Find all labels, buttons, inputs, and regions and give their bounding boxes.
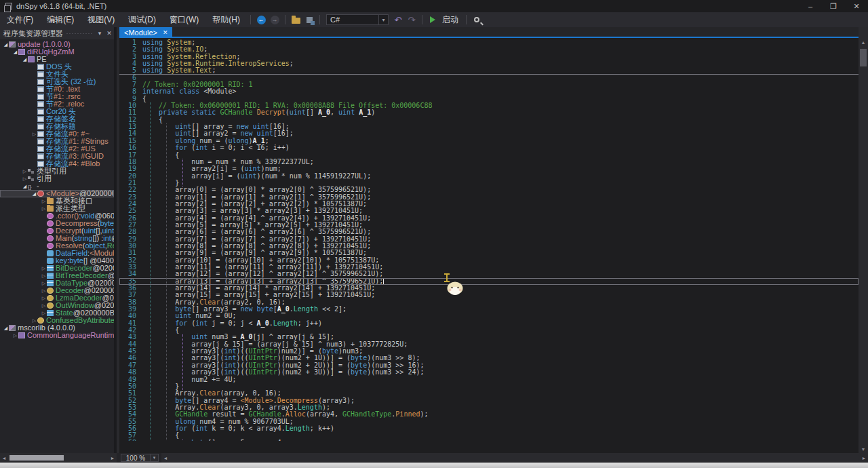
expanded-arrow-icon[interactable]: ◢ — [22, 56, 28, 63]
tree-item[interactable]: DOS 头 — [0, 63, 114, 71]
expanded-arrow-icon[interactable]: ◢ — [22, 182, 28, 190]
menu-item[interactable]: 窗口(W) — [163, 15, 205, 24]
tree-item[interactable]: Main(string[]) : int @06 — [0, 235, 114, 242]
collapsed-arrow-icon[interactable]: ▷ — [41, 302, 47, 309]
collapsed-arrow-icon[interactable]: ▷ — [22, 168, 28, 175]
tree-item[interactable]: 可选头 (32 -位) — [0, 78, 114, 85]
tree-item[interactable]: 存储签名 — [0, 115, 114, 123]
tree-item[interactable]: Decompress(byte[]) : byte — [0, 220, 114, 227]
tree-item[interactable]: 存储标题 — [0, 123, 114, 130]
expanded-arrow-icon[interactable]: ◢ — [31, 190, 37, 197]
tree-item[interactable]: DataField : <Module>. — [0, 250, 114, 257]
code-line[interactable]: 4using System.Runtime.InteropServices; — [119, 60, 859, 67]
code-line[interactable]: 58 byte[] array5 = array4; — [119, 440, 859, 441]
tab-module[interactable]: <Module> ✕ — [119, 27, 172, 38]
expanded-arrow-icon[interactable]: ◢ — [3, 41, 9, 48]
code-line[interactable]: 5using System.Text; — [119, 67, 859, 74]
panel-close-icon[interactable]: ✕ — [104, 30, 114, 37]
menu-item[interactable]: 编辑(E) — [40, 15, 81, 24]
panel-menu-chevron-down-icon[interactable]: ▾ — [95, 30, 104, 37]
code-line[interactable]: 20 array[i] = (uint)(num * num % 1145919… — [119, 173, 859, 180]
collapsed-arrow-icon[interactable]: ▷ — [12, 332, 18, 339]
menu-item[interactable]: 文件(F) — [0, 15, 40, 24]
collapsed-arrow-icon[interactable]: ▷ — [41, 197, 47, 205]
collapsed-arrow-icon[interactable]: ▷ — [22, 175, 28, 182]
navigate-forward-button[interactable]: → — [268, 14, 281, 26]
tab-close-icon[interactable]: ✕ — [163, 29, 168, 36]
vertical-scrollbar[interactable]: ▲ ▼ — [859, 38, 868, 453]
tree-item[interactable]: Cor20 头 — [0, 108, 114, 115]
language-select[interactable]: C# ▾ — [326, 14, 389, 25]
tree-item[interactable]: key : byte[] @04000001 — [0, 257, 114, 265]
collapsed-arrow-icon[interactable]: ▷ — [31, 130, 37, 138]
sidebar-scroll-thumb[interactable] — [9, 455, 64, 461]
go-to-entrypoint-button[interactable] — [302, 14, 316, 26]
tree-item[interactable]: ◢PE — [0, 56, 114, 63]
tree-item[interactable]: ▷ConfusedByAttribute @020 — [0, 317, 114, 324]
tree-item[interactable]: 节 #1: .rsrc — [0, 93, 114, 100]
tree-item[interactable]: 存储流 #2: #US — [0, 145, 114, 153]
zoom-chevron-down-icon[interactable]: ▾ — [151, 454, 159, 462]
editor-horizontal-scrollbar[interactable]: ◄ ► — [161, 453, 868, 463]
code-line[interactable]: 1using System; — [119, 39, 859, 46]
scroll-right-icon[interactable]: ► — [860, 453, 868, 463]
tree-item[interactable]: ▷类型引用 — [0, 168, 114, 175]
tree-item[interactable]: ▷存储流 #0: #~ — [0, 130, 114, 138]
tree-item[interactable]: ▷CommonLanguageRuntimeLibrar — [0, 332, 114, 339]
tree-item[interactable]: 存储流 #3: #GUID — [0, 153, 114, 160]
code-line[interactable]: 41 for (int j = 0; j < A_0.Length; j++) — [119, 320, 859, 327]
tree-item[interactable]: ▷引用 — [0, 175, 114, 182]
tree-item[interactable]: ▷派生类型 — [0, 205, 114, 212]
start-debug-button[interactable] — [426, 14, 439, 26]
tree-item[interactable]: ▷BitDecoder @02000003 — [0, 265, 114, 272]
restore-button[interactable]: ❐ — [822, 0, 845, 12]
tree-item[interactable]: ◢<Module> @02000001 — [0, 190, 114, 197]
tree-item[interactable]: ▷OutWindow @0200000 — [0, 302, 114, 309]
tree-item[interactable]: 存储流 #1: #Strings — [0, 138, 114, 145]
code-line[interactable]: 56 for (int k = 0; k < array4.Length; k+… — [119, 425, 859, 432]
menu-item[interactable]: 调试(D) — [121, 15, 163, 24]
tree-item[interactable]: 存储流 #4: #Blob — [0, 160, 114, 168]
code-line[interactable]: 49 num2 += 4U; — [119, 376, 859, 383]
menu-item[interactable]: 视图(V) — [81, 15, 121, 24]
scroll-left-icon[interactable]: ◄ — [161, 453, 170, 463]
tree-item[interactable]: ▷Decoder @02000005 — [0, 287, 114, 294]
undo-button[interactable]: ↶ — [391, 14, 405, 26]
collapsed-arrow-icon[interactable]: ▷ — [31, 317, 37, 324]
minimize-button[interactable]: – — [799, 0, 822, 12]
collapsed-arrow-icon[interactable]: ▷ — [41, 272, 47, 279]
collapsed-arrow-icon[interactable]: ▷ — [41, 287, 47, 294]
navigate-back-button[interactable]: ← — [254, 14, 268, 26]
code-view[interactable]: 1using System;2using System.IO;3using Sy… — [119, 39, 859, 441]
tree-item[interactable]: ◢mscorlib (4.0.0.0) — [0, 324, 114, 332]
tree-item[interactable]: ◢diRUqHgZmM — [0, 48, 114, 56]
redo-button[interactable]: ↷ — [405, 14, 418, 26]
collapsed-arrow-icon[interactable]: ▷ — [41, 265, 47, 272]
tree-item[interactable]: Decrypt(uint[], uint) : GC — [0, 227, 114, 235]
tree-item[interactable]: .cctor() : void @06000001 — [0, 212, 114, 220]
code-line[interactable]: 11 private static GCHandle Decrypt(uint[… — [119, 109, 859, 116]
expanded-arrow-icon[interactable]: ◢ — [3, 324, 9, 332]
vertical-scroll-thumb[interactable] — [860, 49, 867, 66]
scroll-left-icon[interactable]: ◄ — [0, 453, 8, 463]
code-line[interactable]: 16 for (int i = 0; i < 16; i++) — [119, 144, 859, 151]
tree-item[interactable]: 节 #0: .text — [0, 85, 114, 93]
tree-item[interactable]: ◢update (1.0.0.0) — [0, 41, 114, 48]
scroll-right-icon[interactable]: ► — [108, 453, 117, 463]
expanded-arrow-icon[interactable]: ◢ — [12, 48, 18, 56]
zoom-level-select[interactable]: 100 % — [121, 454, 151, 462]
collapsed-arrow-icon[interactable]: ▷ — [41, 205, 47, 212]
collapsed-arrow-icon[interactable]: ▷ — [41, 309, 47, 317]
tree-item[interactable]: Resolve(object, ResolveE — [0, 242, 114, 250]
start-label[interactable]: 启动 — [439, 14, 462, 26]
collapsed-arrow-icon[interactable]: ▷ — [41, 294, 47, 302]
tree-item[interactable]: 文件头 — [0, 71, 114, 78]
tree-item[interactable]: ◢- — [0, 182, 114, 190]
menu-item[interactable]: 帮助(H) — [205, 15, 247, 24]
tree-item[interactable]: ▷DataType @02000002 — [0, 279, 114, 287]
tree-item[interactable]: ▷基类和接口 — [0, 197, 114, 205]
tree-item[interactable]: 节 #2: .reloc — [0, 100, 114, 108]
open-file-button[interactable] — [289, 14, 302, 26]
tree-item[interactable]: ▷BitTreeDecoder @0200 — [0, 272, 114, 279]
scroll-down-icon[interactable]: ▼ — [859, 445, 868, 453]
